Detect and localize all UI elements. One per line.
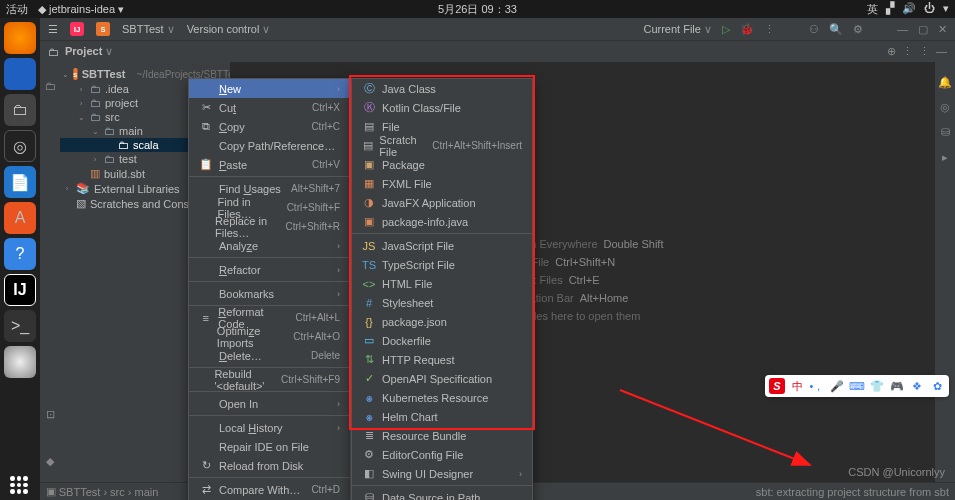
- menu-item[interactable]: ▣Package: [352, 155, 532, 174]
- menu-item[interactable]: JSJavaScript File: [352, 236, 532, 255]
- launcher-software[interactable]: A: [4, 202, 36, 234]
- menu-item[interactable]: ⓀKotlin Class/File: [352, 98, 532, 117]
- menu-item[interactable]: Local History›: [189, 418, 350, 437]
- lang-indicator[interactable]: 英: [867, 2, 878, 17]
- launcher-disc[interactable]: [4, 346, 36, 378]
- run-config[interactable]: Current File ∨: [643, 23, 712, 36]
- vcs-widget[interactable]: Version control ∨: [187, 23, 271, 36]
- hide-icon[interactable]: —: [936, 45, 947, 58]
- menu-item[interactable]: Delete…Delete: [189, 346, 350, 365]
- commit-tool-icon[interactable]: ⊡: [46, 408, 55, 421]
- tree-test[interactable]: test: [119, 153, 137, 165]
- launcher-writer[interactable]: 📄: [4, 166, 36, 198]
- collapse-icon[interactable]: ⋮: [919, 45, 930, 58]
- menu-item[interactable]: ▣package-info.java: [352, 212, 532, 231]
- database-icon[interactable]: ⛁: [941, 126, 950, 139]
- structure-tool-icon[interactable]: ◆: [46, 455, 54, 468]
- tree-main[interactable]: main: [119, 125, 143, 137]
- menu-item[interactable]: ≣Resource Bundle: [352, 426, 532, 445]
- more-icon[interactable]: ⋮: [764, 23, 775, 36]
- launcher-files[interactable]: 🗀: [4, 94, 36, 126]
- tree-project[interactable]: project: [105, 97, 138, 109]
- search-icon[interactable]: 🔍: [829, 23, 843, 36]
- menu-item[interactable]: {}package.json: [352, 312, 532, 331]
- project-name[interactable]: SBTTest ∨: [122, 23, 175, 36]
- menu-item[interactable]: ✓OpenAPI Specification: [352, 369, 532, 388]
- ime-toolbox-icon[interactable]: ❖: [909, 378, 925, 394]
- close-btn[interactable]: ✕: [938, 23, 947, 36]
- power-icon[interactable]: ⏻: [924, 2, 935, 17]
- menu-item[interactable]: ⇅HTTP Request: [352, 350, 532, 369]
- tree-scala[interactable]: scala: [133, 139, 159, 151]
- network-icon[interactable]: ▞: [886, 2, 894, 17]
- volume-icon[interactable]: 🔊: [902, 2, 916, 17]
- launcher-firefox[interactable]: [4, 22, 36, 54]
- ime-keyboard-icon[interactable]: ⌨: [849, 378, 865, 394]
- menu-item[interactable]: Repair IDE on File: [189, 437, 350, 456]
- launcher-terminal[interactable]: >_: [4, 310, 36, 342]
- maximize-btn[interactable]: ▢: [918, 23, 928, 36]
- new-submenu[interactable]: ⒸJava ClassⓀKotlin Class/File▤File▤Scrat…: [351, 78, 533, 500]
- menu-item[interactable]: ⧉CopyCtrl+C: [189, 117, 350, 136]
- project-tool-icon[interactable]: 🗀: [45, 80, 56, 92]
- menu-item[interactable]: ▭Dockerfile: [352, 331, 532, 350]
- expand-icon[interactable]: ⋮: [902, 45, 913, 58]
- menu-item[interactable]: New›: [189, 79, 350, 98]
- menu-item[interactable]: ▤Scratch FileCtrl+Alt+Shift+Insert: [352, 136, 532, 155]
- menu-item[interactable]: 📋PasteCtrl+V: [189, 155, 350, 174]
- clock[interactable]: 5月26日 09：33: [438, 2, 517, 17]
- chevron-down-icon[interactable]: ▾: [943, 2, 949, 17]
- breadcrumb[interactable]: SBTTest › src › main: [59, 486, 159, 498]
- menu-item[interactable]: Analyze›: [189, 236, 350, 255]
- menu-item[interactable]: ⎈Kubernetes Resource: [352, 388, 532, 407]
- ime-skin-icon[interactable]: 👕: [869, 378, 885, 394]
- menu-item[interactable]: ◑JavaFX Application: [352, 193, 532, 212]
- tree-src[interactable]: src: [105, 111, 120, 123]
- ime-settings-icon[interactable]: ✿: [929, 378, 945, 394]
- menu-item[interactable]: ⚙EditorConfig File: [352, 445, 532, 464]
- minimize-btn[interactable]: —: [897, 23, 908, 35]
- menu-item[interactable]: ⇄Compare With…Ctrl+D: [189, 480, 350, 499]
- ime-game-icon[interactable]: 🎮: [889, 378, 905, 394]
- menu-item[interactable]: ⎈Helm Chart: [352, 407, 532, 426]
- show-apps-icon[interactable]: [10, 476, 28, 494]
- launcher-help[interactable]: ?: [4, 238, 36, 270]
- menu-item[interactable]: Open In›: [189, 394, 350, 413]
- notifications-icon[interactable]: 🔔: [938, 76, 952, 89]
- ai-icon[interactable]: ◎: [940, 101, 950, 114]
- menu-item[interactable]: ✂CutCtrl+X: [189, 98, 350, 117]
- settings-icon[interactable]: ⚙: [853, 23, 863, 36]
- main-menu-icon[interactable]: ☰: [48, 23, 58, 36]
- menu-item[interactable]: Copy Path/Reference…: [189, 136, 350, 155]
- menu-item[interactable]: #Stylesheet: [352, 293, 532, 312]
- menu-item[interactable]: ⒸJava Class: [352, 79, 532, 98]
- debug-icon[interactable]: 🐞: [740, 23, 754, 36]
- menu-item[interactable]: ◧Swing UI Designer›: [352, 464, 532, 483]
- tree-root[interactable]: SBTTest: [82, 68, 126, 80]
- launcher-thunderbird[interactable]: [4, 58, 36, 90]
- project-dropdown[interactable]: Project ∨: [65, 45, 113, 58]
- launcher-intellij[interactable]: IJ: [4, 274, 36, 306]
- menu-item[interactable]: Rebuild '<default>'Ctrl+Shift+F9: [189, 370, 350, 389]
- tree-extlibs[interactable]: External Libraries: [94, 183, 180, 195]
- menu-item[interactable]: Refactor›: [189, 260, 350, 279]
- menu-item[interactable]: ▦FXML File: [352, 174, 532, 193]
- ime-voice-icon[interactable]: 🎤: [829, 378, 845, 394]
- tree-build[interactable]: build.sbt: [104, 168, 145, 180]
- menu-item[interactable]: Optimize ImportsCtrl+Alt+O: [189, 327, 350, 346]
- menu-item[interactable]: Bookmarks›: [189, 284, 350, 303]
- menu-item[interactable]: ⛁Data Source in Path: [352, 488, 532, 500]
- menu-item[interactable]: TSTypeScript File: [352, 255, 532, 274]
- code-with-me-icon[interactable]: ⚇: [809, 23, 819, 36]
- context-menu[interactable]: New›✂CutCtrl+X⧉CopyCtrl+CCopy Path/Refer…: [188, 78, 351, 500]
- run-icon[interactable]: ▷: [722, 23, 730, 36]
- app-indicator[interactable]: ◆ jetbrains-idea ▾: [38, 3, 124, 16]
- tree-idea[interactable]: .idea: [105, 83, 129, 95]
- menu-item[interactable]: ↻Reload from Disk: [189, 456, 350, 475]
- activities-label[interactable]: 活动: [0, 2, 28, 17]
- menu-item[interactable]: Replace in Files…Ctrl+Shift+R: [189, 217, 350, 236]
- status-home-icon[interactable]: ▣: [46, 485, 56, 498]
- select-opened-icon[interactable]: ⊕: [887, 45, 896, 58]
- launcher-rhythmbox[interactable]: ◎: [4, 130, 36, 162]
- sbt-tool-icon[interactable]: ▸: [942, 151, 948, 164]
